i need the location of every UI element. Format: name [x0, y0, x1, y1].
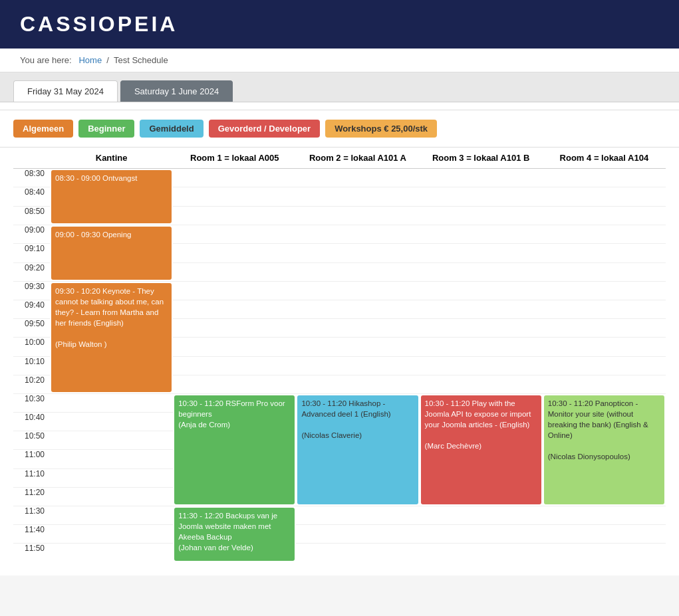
event-cell[interactable]: 10:30 - 11:20 Hikashop - Advanced deel 1… — [296, 394, 419, 506]
schedule-wrapper: Kantine Room 1 = lokaal A005 Room 2 = lo… — [0, 148, 679, 575]
empty-cell — [50, 413, 173, 431]
empty-cell — [173, 300, 296, 319]
time-label: 09:10 — [13, 244, 50, 262]
time-label: 10:50 — [13, 431, 50, 450]
empty-cell — [173, 356, 296, 375]
empty-cell — [420, 544, 543, 562]
empty-cell — [173, 187, 296, 206]
event-cell[interactable]: 10:30 - 11:20 Play with the Joomla API t… — [420, 394, 543, 506]
tab-saturday[interactable]: Saturday 1 June 2024 — [120, 80, 233, 102]
empty-cell — [543, 169, 666, 187]
site-title: CASSIOPEIA — [20, 12, 659, 37]
breadcrumb-current: Test Schedule — [114, 55, 168, 65]
empty-cell — [296, 525, 419, 544]
event-cell[interactable]: 08:30 - 09:00 Ontvangst — [50, 169, 173, 225]
legend-gemiddeld[interactable]: Gemiddeld — [140, 120, 203, 138]
time-label: 11:20 — [13, 487, 50, 506]
event-block: 10:30 - 11:20 Play with the Joomla API t… — [421, 395, 541, 504]
legend-gevorderd[interactable]: Gevorderd / Developer — [209, 120, 320, 138]
empty-cell — [420, 525, 543, 544]
breadcrumb-prefix: You are here: — [20, 55, 72, 65]
event-cell[interactable]: 10:30 - 11:20 Panopticon - Monitor your … — [543, 394, 666, 506]
empty-cell — [420, 375, 543, 393]
empty-cell — [173, 338, 296, 356]
empty-cell — [543, 338, 666, 356]
empty-cell — [543, 544, 666, 562]
empty-cell — [420, 356, 543, 375]
event-cell[interactable]: 11:30 - 12:20 Backups van je Joomla webs… — [173, 506, 296, 563]
empty-cell — [173, 225, 296, 244]
breadcrumb: You are here: Home / Test Schedule — [0, 49, 679, 72]
empty-cell — [50, 468, 173, 487]
empty-cell — [50, 450, 173, 468]
empty-cell — [173, 262, 296, 281]
legend-algemeen[interactable]: Algemeen — [13, 120, 73, 138]
empty-cell — [420, 187, 543, 206]
empty-cell — [296, 169, 419, 187]
empty-cell — [420, 338, 543, 356]
legend-beginner[interactable]: Beginner — [78, 120, 134, 138]
empty-cell — [543, 525, 666, 544]
empty-cell — [543, 319, 666, 338]
empty-cell — [296, 319, 419, 338]
legend-workshops[interactable]: Workshops € 25,00/stk — [325, 120, 437, 138]
col-header-kantine: Kantine — [50, 148, 173, 169]
tab-friday[interactable]: Friday 31 May 2024 — [13, 80, 118, 102]
time-label: 11:10 — [13, 468, 50, 487]
empty-cell — [420, 206, 543, 225]
empty-cell — [296, 262, 419, 281]
empty-cell — [173, 375, 296, 393]
empty-cell — [420, 169, 543, 187]
time-label: 11:40 — [13, 525, 50, 544]
empty-cell — [420, 225, 543, 244]
empty-cell — [296, 338, 419, 356]
empty-cell — [543, 262, 666, 281]
empty-cell — [543, 375, 666, 393]
event-cell[interactable]: 09:30 - 10:20 Keynote - They cannot be t… — [50, 282, 173, 394]
empty-cell — [420, 262, 543, 281]
time-label: 09:50 — [13, 319, 50, 338]
time-label: 08:30 — [13, 169, 50, 187]
event-cell[interactable]: 10:30 - 11:20 RSForm Pro voor beginners … — [173, 394, 296, 506]
breadcrumb-home-link[interactable]: Home — [78, 55, 102, 65]
col-header-time — [13, 148, 50, 169]
event-block: 09:30 - 10:20 Keynote - They cannot be t… — [51, 283, 172, 392]
col-header-room2: Room 2 = lokaal A101 A — [296, 148, 419, 169]
time-label: 09:30 — [13, 282, 50, 300]
time-label: 09:40 — [13, 300, 50, 319]
schedule-table: Kantine Room 1 = lokaal A005 Room 2 = lo… — [13, 148, 666, 562]
event-block: 08:30 - 09:00 Ontvangst — [51, 170, 172, 223]
empty-cell — [420, 282, 543, 300]
empty-cell — [50, 544, 173, 562]
empty-cell — [543, 187, 666, 206]
time-label: 11:50 — [13, 544, 50, 562]
event-block: 09:00 - 09:30 Opening — [51, 227, 172, 280]
empty-cell — [420, 300, 543, 319]
empty-cell — [296, 544, 419, 562]
empty-cell — [173, 282, 296, 300]
empty-cell — [420, 244, 543, 262]
empty-cell — [543, 282, 666, 300]
site-header: CASSIOPEIA — [0, 0, 679, 49]
empty-cell — [50, 506, 173, 525]
empty-cell — [173, 319, 296, 338]
empty-cell — [173, 206, 296, 225]
empty-cell — [296, 506, 419, 525]
time-label: 11:30 — [13, 506, 50, 525]
empty-cell — [50, 525, 173, 544]
empty-cell — [50, 431, 173, 450]
empty-cell — [543, 206, 666, 225]
empty-cell — [50, 487, 173, 506]
time-label: 10:00 — [13, 338, 50, 356]
time-label: 10:30 — [13, 394, 50, 413]
time-label: 09:20 — [13, 262, 50, 281]
empty-cell — [420, 319, 543, 338]
col-header-room3: Room 3 = lokaal A101 B — [420, 148, 543, 169]
event-cell[interactable]: 09:00 - 09:30 Opening — [50, 225, 173, 282]
empty-cell — [296, 300, 419, 319]
empty-cell — [420, 506, 543, 525]
col-header-room1: Room 1 = lokaal A005 — [173, 148, 296, 169]
empty-cell — [173, 169, 296, 187]
empty-cell — [296, 206, 419, 225]
tabs-bar: Friday 31 May 2024 Saturday 1 June 2024 — [0, 72, 679, 102]
